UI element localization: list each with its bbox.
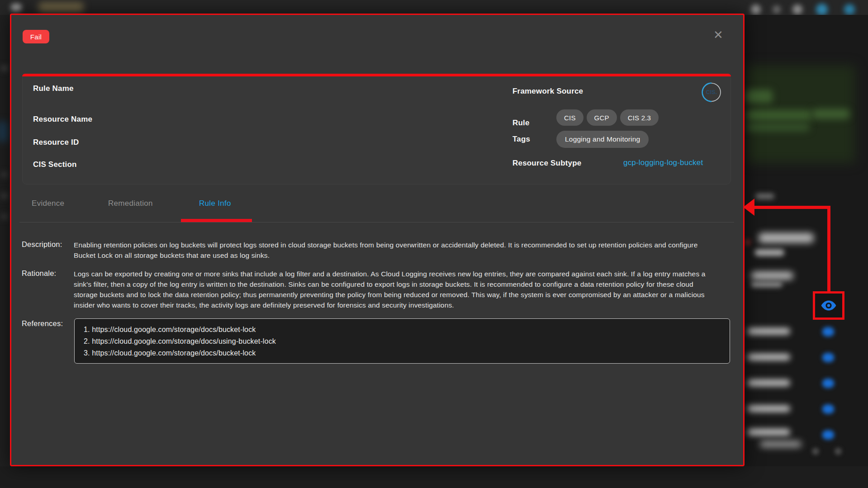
navbar-icon xyxy=(816,4,828,15)
top-navbar xyxy=(0,0,868,15)
rationale-label: Rationale: xyxy=(22,269,56,278)
rule-tags-label: Rule Tags xyxy=(512,115,536,147)
table-row xyxy=(760,441,802,447)
background-side-panel xyxy=(745,15,868,488)
framework-source-label: Framework Source xyxy=(512,87,583,96)
view-details-eye-icon[interactable] xyxy=(822,353,834,362)
navbar-icon xyxy=(773,5,781,14)
annotation-arrow-line xyxy=(827,206,830,293)
navbar-icon xyxy=(751,5,761,14)
close-icon[interactable]: ✕ xyxy=(710,27,726,43)
reference-item: 3. https://cloud.google.com/storage/docs… xyxy=(84,347,721,359)
resource-id-label: Resource ID xyxy=(33,138,79,147)
cis-section-label: CIS Section xyxy=(33,160,77,169)
description-text: Enabling retention policies on log bucke… xyxy=(74,240,712,261)
table-row xyxy=(747,405,790,412)
navbar-icon xyxy=(792,5,802,14)
tag-chip: GCP xyxy=(587,109,617,126)
status-badge: Fail xyxy=(23,30,49,43)
references-box: 1. https://cloud.google.com/storage/docs… xyxy=(74,318,730,364)
resource-name-label: Resource Name xyxy=(33,115,92,124)
reference-item: 1. https://cloud.google.com/storage/docs… xyxy=(84,324,721,336)
cis-logo-text: CIS. xyxy=(701,82,722,103)
table-row xyxy=(747,328,790,335)
active-tab-indicator xyxy=(181,219,252,222)
tab-remediation[interactable]: Remediation xyxy=(108,199,153,208)
pagination-control xyxy=(835,448,842,455)
rule-detail-modal: Fail ✕ Rule Name Resource Name Resource … xyxy=(10,14,745,466)
tag-chip: CIS 2.3 xyxy=(620,109,659,126)
background-left-sidebar xyxy=(0,15,10,488)
rule-name-label: Rule Name xyxy=(33,84,74,93)
card-accent-bar xyxy=(22,74,731,76)
annotation-highlight-box xyxy=(813,291,844,320)
tag-chip: CIS xyxy=(556,109,583,126)
tag-chip: Logging and Monitoring xyxy=(556,131,649,148)
tab-rule-info[interactable]: Rule Info xyxy=(199,199,231,208)
navbar-icon xyxy=(844,4,855,15)
resource-subtype-link[interactable]: gcp-logging-log-bucket xyxy=(623,158,703,167)
rule-summary-card: Rule Name Resource Name Resource ID CIS … xyxy=(22,74,731,185)
view-details-eye-icon[interactable] xyxy=(822,404,834,414)
view-details-eye-icon[interactable] xyxy=(822,430,834,440)
background-bottom-area xyxy=(0,466,868,488)
app-logo xyxy=(38,2,84,12)
table-row xyxy=(747,379,790,386)
table-row xyxy=(747,429,790,436)
tabs-divider xyxy=(19,222,734,223)
reference-item: 2. https://cloud.google.com/storage/docs… xyxy=(84,336,721,347)
annotation-arrow-line xyxy=(751,206,830,209)
view-details-eye-icon[interactable] xyxy=(822,379,834,388)
menu-icon xyxy=(11,4,22,11)
resource-subtype-label: Resource Subtype xyxy=(512,159,581,168)
tab-evidence[interactable]: Evidence xyxy=(32,199,64,208)
references-label: References: xyxy=(22,319,63,328)
rationale-text: Logs can be exported by creating one or … xyxy=(74,269,712,310)
pagination-control xyxy=(812,448,819,455)
eye-icon xyxy=(821,299,837,312)
table-row xyxy=(747,354,790,360)
view-details-eye-button[interactable] xyxy=(821,299,837,312)
description-label: Description: xyxy=(22,240,62,249)
view-details-eye-icon[interactable] xyxy=(822,327,834,336)
cis-logo-icon: CIS. xyxy=(701,82,722,103)
app-screen: Fail ✕ Rule Name Resource Name Resource … xyxy=(0,0,868,488)
